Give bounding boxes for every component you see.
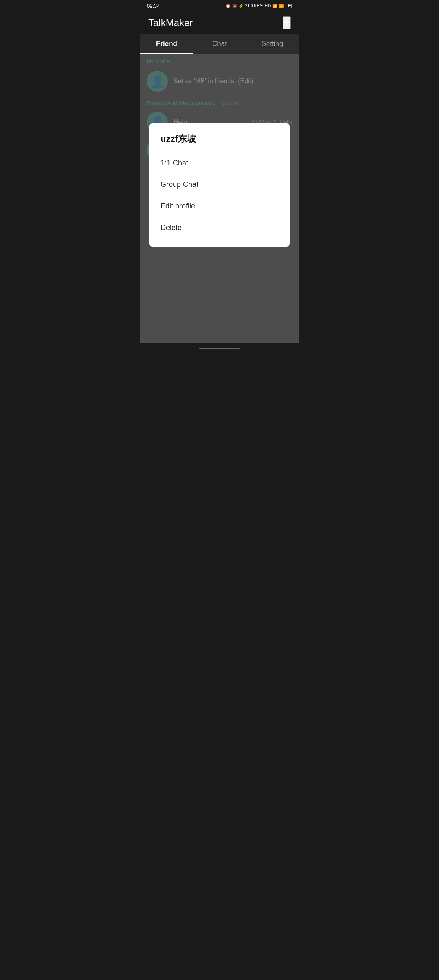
context-menu-popup: uzzf东坡 1:1 Chat Group Chat Edit profile … <box>149 123 290 247</box>
popup-item-group-chat[interactable]: Group Chat <box>161 174 278 195</box>
popup-item-one-to-one-chat[interactable]: 1:1 Chat <box>161 152 278 174</box>
popup-title: uzzf东坡 <box>161 133 278 145</box>
tab-setting[interactable]: Setting <box>246 34 299 54</box>
status-icons: ⏰ 🔕 ⚡ 21.0 KB/S HD 📶 📶 [98] <box>226 4 292 8</box>
data-speed: 21.0 KB/S <box>245 4 263 8</box>
tab-friend[interactable]: Friend <box>140 34 193 54</box>
bottom-bar <box>140 344 299 353</box>
mute-icon: 🔕 <box>232 4 237 8</box>
popup-item-edit-profile[interactable]: Edit profile <box>161 195 278 217</box>
tab-bar: Friend Chat Setting <box>140 34 299 54</box>
tab-chat[interactable]: Chat <box>193 34 246 54</box>
bluetooth-icon: ⚡ <box>239 4 243 8</box>
content-area: My profile 👤 Set as 'ME' in friends. (Ed… <box>140 54 299 343</box>
wifi-icon: 📶 <box>272 4 277 8</box>
app-header: TalkMaker + <box>140 11 299 34</box>
hd-icon: HD <box>265 4 271 8</box>
signal-icon: 📶 <box>279 4 284 8</box>
popup-item-delete[interactable]: Delete <box>161 217 278 238</box>
app-title: TalkMaker <box>148 17 193 28</box>
home-indicator <box>199 348 240 349</box>
add-button[interactable]: + <box>283 16 291 29</box>
status-time: 09:34 <box>147 3 160 9</box>
status-bar: 09:34 ⏰ 🔕 ⚡ 21.0 KB/S HD 📶 📶 [98] <box>140 0 299 11</box>
battery-icon: [98] <box>285 4 292 8</box>
alarm-icon: ⏰ <box>226 4 230 8</box>
